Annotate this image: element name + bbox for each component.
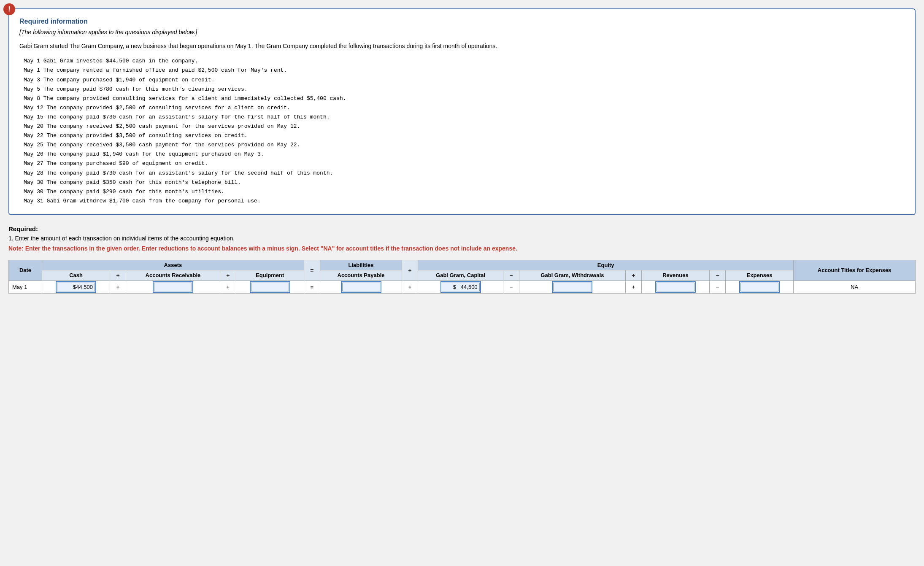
transaction-item: May 26 The company paid $1,940 cash for … — [24, 150, 905, 159]
revenues-input[interactable] — [657, 283, 694, 291]
ap-cell[interactable] — [320, 280, 402, 293]
equipment-input[interactable] — [251, 283, 289, 291]
ar-cell[interactable] — [126, 280, 220, 293]
ap-header: Accounts Payable — [320, 270, 402, 280]
transaction-item: May 31 Gabi Gram withdrew $1,700 cash fr… — [24, 197, 905, 206]
info-title: Required information — [19, 18, 905, 25]
transaction-item: May 12 The company provided $2,500 of co… — [24, 103, 905, 113]
withdrawals-cell[interactable] — [519, 280, 626, 293]
cash-header: Cash — [42, 270, 110, 280]
assets-header: Assets — [42, 260, 304, 270]
cash-input[interactable] — [57, 283, 95, 291]
equals-operator: = — [304, 280, 320, 293]
account-titles-header: Account Titles for Expenses — [794, 260, 916, 280]
expenses-cell[interactable] — [725, 280, 793, 293]
transaction-item: May 15 The company paid $730 cash for an… — [24, 113, 905, 122]
revenues-cell[interactable] — [641, 280, 709, 293]
equipment-header: Equipment — [236, 270, 304, 280]
required-section: Required: 1. Enter the amount of each tr… — [8, 225, 916, 253]
plus4-header: + — [625, 270, 641, 280]
transaction-item: May 27 The company purchased $90 of equi… — [24, 159, 905, 168]
withdrawals-header: Gabi Gram, Withdrawals — [519, 270, 626, 280]
transaction-item: May 8 The company provided consulting se… — [24, 94, 905, 103]
minus-header: − — [503, 270, 519, 280]
cash-cell[interactable] — [42, 280, 110, 293]
equation-table-wrapper: Date Assets = Liabilities + Equity Accou… — [8, 260, 916, 294]
withdrawals-input[interactable] — [553, 283, 591, 291]
ar-header: Accounts Receivable — [126, 270, 220, 280]
transaction-item: May 25 The company received $3,500 cash … — [24, 140, 905, 150]
transaction-item: May 22 The company provided $3,500 of co… — [24, 131, 905, 140]
revenues-header: Revenues — [641, 270, 709, 280]
date-cell: May 1 — [9, 280, 42, 293]
required-item1: 1. Enter the amount of each transaction … — [8, 235, 916, 242]
equals-header: = — [304, 260, 320, 280]
expenses-header: Expenses — [725, 270, 793, 280]
transaction-item: May 1 The company rented a furnished off… — [24, 66, 905, 75]
required-note: Note: Enter the transactions in the give… — [8, 244, 916, 253]
plus1-header: + — [110, 270, 126, 280]
plus-operator-1: + — [110, 280, 126, 293]
account-titles-cell: NA — [794, 280, 916, 293]
ap-input[interactable] — [342, 283, 380, 291]
transaction-item: May 30 The company paid $350 cash for th… — [24, 178, 905, 187]
plus2-header: + — [220, 270, 236, 280]
ar-input[interactable] — [154, 283, 192, 291]
capital-cell[interactable] — [418, 280, 503, 293]
transaction-item: May 5 The company paid $780 cash for thi… — [24, 85, 905, 94]
capital-header: Gabi Gram, Capital — [418, 270, 503, 280]
transactions-list: May 1 Gabi Gram invested $44,500 cash in… — [19, 57, 905, 206]
transaction-item: May 28 The company paid $730 cash for an… — [24, 169, 905, 178]
info-subtitle: [The following information applies to th… — [19, 29, 905, 35]
transaction-item: May 3 The company purchased $1,940 of eq… — [24, 75, 905, 85]
liabilities-header: Liabilities — [320, 260, 402, 270]
plus-operator-4: + — [625, 280, 641, 293]
equipment-cell[interactable] — [236, 280, 304, 293]
equity-header: Equity — [418, 260, 794, 270]
info-intro: Gabi Gram started The Gram Company, a ne… — [19, 41, 905, 51]
plus-operator-3: + — [402, 280, 418, 293]
transaction-item: May 30 The company paid $290 cash for th… — [24, 187, 905, 197]
alert-icon: ! — [3, 3, 15, 15]
minus-operator-1: − — [503, 280, 519, 293]
required-title: Required: — [8, 225, 916, 232]
capital-input[interactable] — [442, 283, 480, 291]
transaction-item: May 1 Gabi Gram invested $44,500 cash in… — [24, 57, 905, 66]
date-header: Date — [9, 260, 42, 280]
minus2-header: − — [710, 270, 726, 280]
plus-operator-2: + — [220, 280, 236, 293]
table-row: May 1++=+−+−NA — [9, 280, 916, 293]
plus-header: + — [402, 260, 418, 280]
expenses-input[interactable] — [740, 283, 778, 291]
accounting-equation-table: Date Assets = Liabilities + Equity Accou… — [8, 260, 916, 294]
minus-operator-2: − — [710, 280, 726, 293]
transaction-item: May 20 The company received $2,500 cash … — [24, 122, 905, 131]
info-box: ! Required information [The following in… — [8, 8, 916, 215]
